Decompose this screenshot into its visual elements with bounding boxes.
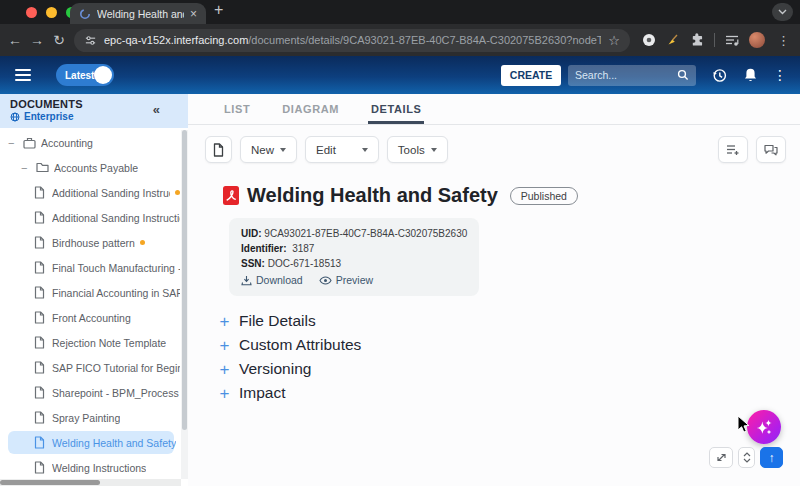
history-icon[interactable] (711, 67, 728, 84)
tree-item-final-touch-manufacturing-pirch-in[interactable]: Final Touch Manufacturing - Pirch In (0, 255, 180, 280)
tree-item-additional-sanding-instructions[interactable]: Additional Sanding Instructions (0, 205, 180, 230)
site-favicon-icon (79, 8, 91, 20)
collapse-toggle-icon[interactable]: − (21, 162, 36, 174)
section-custom-attributes[interactable]: +Custom Attributes (219, 333, 800, 357)
doc-icon (34, 436, 51, 449)
extensions-area: ⋮ (642, 32, 800, 48)
tree-item-label: Front Accounting (52, 312, 131, 324)
new-button[interactable]: New (240, 136, 297, 163)
app-header: Latest CREATE ⋮ (0, 56, 800, 94)
bookmark-star-icon[interactable]: ☆ (608, 33, 620, 48)
tree-item-label: Sharepoint - BPM_Process Workshop (52, 387, 180, 399)
toggle-knob (94, 66, 112, 84)
collapse-sidebar-icon[interactable]: « (153, 102, 160, 117)
browser-tab[interactable]: Welding Health and Safety × (70, 3, 206, 24)
tools-button[interactable]: Tools (387, 136, 448, 163)
pdf-file-icon (223, 186, 239, 205)
doc-icon (34, 386, 51, 399)
tree-item-financial-accounting-in-sap-manual[interactable]: Financial Accounting in SAP manual (0, 280, 180, 305)
extensions-puzzle-icon[interactable] (690, 33, 704, 47)
forward-button[interactable]: → (30, 32, 44, 48)
back-button[interactable]: ← (8, 32, 22, 48)
tab-diagram[interactable]: DIAGRAM (279, 103, 342, 124)
tree-item-birdhouse-pattern[interactable]: Birdhouse pattern (0, 230, 180, 255)
scroll-stepper[interactable] (738, 447, 755, 468)
download-icon (241, 275, 252, 286)
unpublished-dot-icon (140, 240, 145, 245)
tree-item-label: Rejection Note Template (52, 337, 166, 349)
app-menu-icon[interactable]: ⋮ (773, 67, 787, 83)
browser-toolbar: ← → ↻ epc-qa-v152x.interfacing.com/docum… (0, 24, 800, 56)
chevron-down-icon (431, 148, 437, 152)
download-link[interactable]: Download (241, 273, 303, 288)
sidebar-horizontal-scrollbar[interactable] (0, 479, 181, 486)
profile-avatar[interactable] (749, 32, 765, 48)
tab-close-icon[interactable]: × (190, 8, 197, 20)
edit-split-button[interactable]: Edit (305, 136, 379, 163)
search-icon[interactable] (677, 69, 689, 81)
chevron-down-icon[interactable] (362, 148, 368, 152)
tree-item-front-accounting[interactable]: Front Accounting (0, 305, 180, 330)
extension-circle-icon[interactable] (642, 33, 656, 47)
tree-item-label: Additional Sanding Instructions (52, 212, 180, 224)
tree-item-label: Welding Instructions (52, 462, 146, 474)
hamburger-menu-icon[interactable] (15, 69, 31, 81)
reload-button[interactable]: ↻ (52, 32, 66, 48)
tree-item-additional-sanding-instructions[interactable]: Additional Sanding Instructions (0, 180, 180, 205)
doc-icon (34, 186, 51, 199)
extension-broom-icon[interactable] (666, 33, 680, 47)
tab-search-button[interactable] (772, 3, 793, 21)
tree-item-rejection-note-template[interactable]: Rejection Note Template (0, 330, 180, 355)
tree-item-sap-fico-tutorial-for-beginners-sap[interactable]: SAP FICO Tutorial for Beginners | SAP (0, 355, 180, 380)
scroll-to-top-button[interactable]: ↑ (760, 447, 783, 468)
ssn-row: SSN: DOC-671-18513 (241, 256, 467, 271)
latest-toggle[interactable]: Latest (56, 64, 114, 86)
doc-icon (34, 361, 51, 374)
section-impact[interactable]: +Impact (219, 381, 800, 405)
eye-icon (319, 276, 332, 285)
expand-plus-icon[interactable]: + (219, 337, 230, 354)
tree-item-accounts-payable[interactable]: −Accounts Payable (0, 155, 180, 180)
close-window-button[interactable] (26, 7, 37, 18)
browser-menu-icon[interactable]: ⋮ (777, 33, 790, 48)
add-to-list-button[interactable] (718, 136, 748, 163)
reading-list-icon[interactable] (725, 34, 739, 47)
browser-tab-strip: Welding Health and Safety × + (0, 0, 800, 24)
globe-icon (10, 112, 20, 122)
search-input[interactable] (575, 69, 677, 81)
assistant-fab-button[interactable] (747, 410, 781, 444)
tab-details[interactable]: DETAILS (368, 103, 424, 124)
create-button[interactable]: CREATE (501, 65, 561, 86)
section-file-details[interactable]: +File Details (219, 309, 800, 333)
expand-button[interactable] (709, 447, 733, 468)
tab-list[interactable]: LIST (221, 103, 253, 124)
sidebar-vertical-scrollbar[interactable] (181, 130, 188, 479)
tree-item-label: Financial Accounting in SAP manual (52, 287, 180, 299)
minimize-window-button[interactable] (46, 7, 57, 18)
accordion-sections: +File Details+Custom Attributes+Versioni… (219, 309, 800, 405)
tree-item-welding-health-and-safety[interactable]: Welding Health and Safety (0, 430, 180, 455)
tree-item-spray-painting[interactable]: Spray Painting (0, 405, 180, 430)
expand-plus-icon[interactable]: + (219, 385, 230, 402)
collapse-toggle-icon[interactable]: − (8, 137, 23, 149)
site-settings-icon[interactable] (84, 34, 97, 47)
expand-plus-icon[interactable]: + (219, 361, 230, 378)
notifications-bell-icon[interactable] (743, 67, 758, 83)
tree-item-sharepoint-bpm-process-workshop[interactable]: Sharepoint - BPM_Process Workshop (0, 380, 180, 405)
expand-plus-icon[interactable]: + (219, 313, 230, 330)
section-label: Versioning (239, 360, 311, 378)
section-versioning[interactable]: +Versioning (219, 357, 800, 381)
document-view-button[interactable] (205, 136, 232, 163)
new-tab-button[interactable]: + (214, 1, 223, 19)
scope-label: Enterprise (24, 111, 73, 122)
status-badge: Published (510, 187, 578, 205)
document-header: Welding Health and Safety Published (223, 184, 800, 207)
address-bar[interactable]: epc-qa-v152x.interfacing.com/documents/d… (74, 29, 630, 52)
folder-icon (36, 162, 53, 173)
preview-link[interactable]: Preview (319, 273, 373, 288)
tree-item-welding-instructions[interactable]: Welding Instructions (0, 455, 180, 478)
comments-button[interactable] (756, 136, 786, 163)
tree-item-accounting[interactable]: −Accounting (0, 130, 180, 155)
chevron-down-icon (743, 458, 751, 463)
chevron-down-icon (280, 148, 286, 152)
